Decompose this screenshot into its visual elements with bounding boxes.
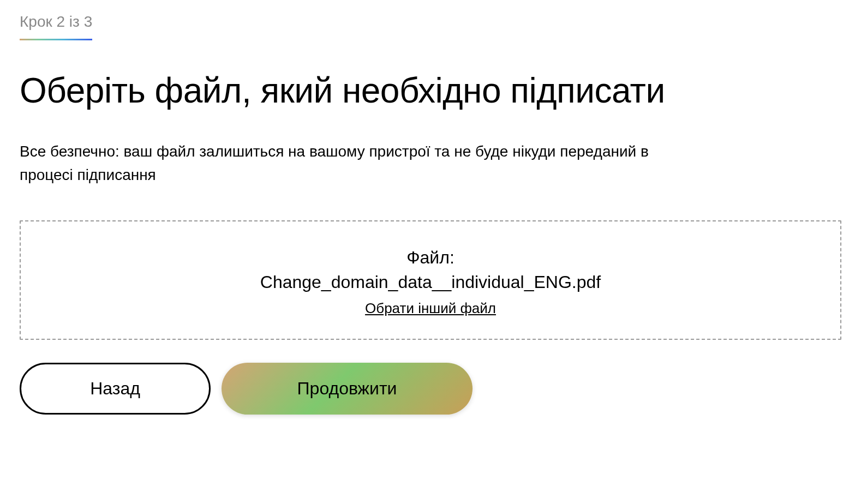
file-label: Файл:: [32, 245, 829, 270]
step-label: Крок 2 із 3: [20, 13, 92, 30]
button-row: Назад Продовжити: [20, 363, 841, 415]
choose-another-file-link[interactable]: Обрати інший файл: [365, 300, 496, 317]
page-description: Все безпечно: ваш файл залишиться на ваш…: [20, 140, 674, 187]
page-title: Оберіть файл, який необхідно підписати: [20, 71, 841, 111]
back-button[interactable]: Назад: [20, 363, 211, 415]
continue-button[interactable]: Продовжити: [222, 363, 473, 415]
step-indicator: Крок 2 із 3: [20, 13, 92, 40]
file-name: Change_domain_data__individual_ENG.pdf: [32, 270, 829, 295]
file-dropzone[interactable]: Файл: Change_domain_data__individual_ENG…: [20, 220, 841, 340]
